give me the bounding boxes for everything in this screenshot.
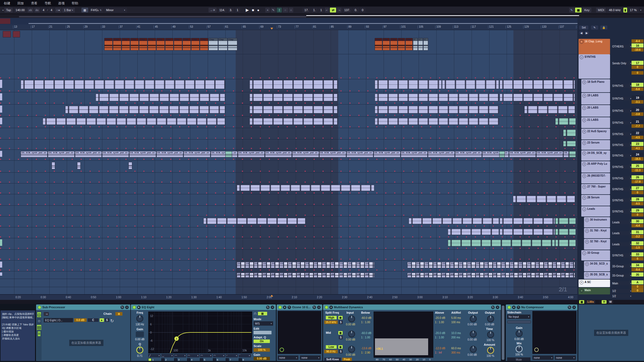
input-value[interactable]: 0.00 dB <box>346 338 355 341</box>
clip[interactable]: DS_SCB_synth_pad_on <box>482 151 509 157</box>
input-knob[interactable] <box>348 331 355 338</box>
output-routing-selector[interactable]: Leads▾ <box>611 242 632 246</box>
clip[interactable]: DS <box>245 273 249 278</box>
clip[interactable] <box>442 80 499 89</box>
loop-start-sixteenths[interactable]: 1 <box>318 8 324 12</box>
track-volume-chip[interactable]: -17.8 <box>632 180 643 183</box>
clip[interactable]: DS <box>424 273 428 278</box>
clip[interactable] <box>448 229 499 235</box>
track-number-chip[interactable]: 28 <box>632 197 643 201</box>
bar-number[interactable]: 133 <box>542 25 547 28</box>
clip[interactable]: DS <box>544 262 548 268</box>
clip[interactable]: DS_SCB_synth_pad_on <box>129 151 156 157</box>
chain-volume-chip[interactable]: 0.0 dB <box>74 318 87 322</box>
hot-swap-icon[interactable]: ↻ <box>266 306 270 309</box>
clip[interactable]: DS <box>561 273 565 278</box>
clip[interactable]: DS <box>527 273 531 278</box>
clip[interactable]: DS <box>348 262 352 268</box>
clip[interactable] <box>412 273 416 278</box>
clip[interactable]: DS <box>535 262 539 268</box>
track-number-chip[interactable]: 26 <box>632 175 643 179</box>
clip[interactable]: DS_SCB_synth_pad_on <box>455 151 482 157</box>
clip[interactable] <box>555 218 576 224</box>
track-name-cell[interactable]: ▾A SC <box>579 280 610 287</box>
band-solo-chip[interactable]: S <box>339 320 343 324</box>
clip[interactable]: DS <box>527 262 531 268</box>
piano-keys-icon[interactable]: ▦ <box>81 8 88 12</box>
device-on-led[interactable] <box>507 306 511 309</box>
clip[interactable]: DS <box>561 262 565 268</box>
time-knob[interactable] <box>487 331 494 338</box>
menu-navigate[interactable]: 导航 <box>45 1 51 6</box>
clip[interactable] <box>284 273 288 278</box>
track-number-chip[interactable]: 23 <box>632 142 643 146</box>
bar-number[interactable]: 97 <box>384 25 387 28</box>
release-value[interactable]: 200 ms <box>451 336 460 339</box>
computer-midi-keyboard-icon[interactable]: ▦ <box>575 8 582 12</box>
loop-start-bars[interactable]: 17. <box>302 8 310 12</box>
time-label[interactable]: 3:20 <box>468 296 473 299</box>
clip[interactable] <box>13 31 20 37</box>
menu-options[interactable]: 选项 <box>58 1 65 6</box>
clip[interactable] <box>352 262 356 268</box>
track-header[interactable]: ▾23 SerumSYNTHS▾23-4.1 <box>577 140 644 150</box>
clip[interactable]: DS <box>262 273 266 278</box>
bar-number[interactable]: 137 <box>560 25 564 28</box>
clip[interactable]: DS_SCB_synth_pad_on <box>238 151 265 157</box>
adaptq-toggle[interactable]: On <box>254 339 270 343</box>
clip[interactable] <box>292 273 296 278</box>
band-activator-chip[interactable]: ◉ <box>338 345 343 349</box>
track-name-cell[interactable]: ▾26 (9933D7D7- <box>581 173 610 183</box>
clip[interactable] <box>563 141 576 147</box>
clip[interactable]: C <box>413 38 418 50</box>
bar-number[interactable]: 41 <box>137 25 140 28</box>
gain-reduction-display[interactable]: +36.1 <box>374 312 433 358</box>
time-label[interactable]: 4:00 <box>568 296 573 299</box>
plugin-edit-icon[interactable]: ✎ <box>288 306 291 309</box>
session-record-icon[interactable]: ○ <box>289 8 293 12</box>
pencil-automation-button[interactable]: ✎ <box>591 26 598 30</box>
draw-mode-icon[interactable]: ✎ <box>569 8 574 12</box>
output-routing-selector[interactable]: SYNTHS▾ <box>611 198 632 202</box>
clip[interactable]: Clap <box>375 38 382 50</box>
track-header[interactable]: ▾34 DS_SCD_s33-Group▾34-9.4 <box>577 261 644 271</box>
track-name-cell[interactable]: ▾34 DS_SCD_s <box>584 261 610 271</box>
hot-swap-icon[interactable]: ↻ <box>568 306 571 309</box>
bar-number[interactable]: 13 <box>14 25 17 28</box>
track-header[interactable]: ▾22 AuS SpaceySYNTHS▾22-4.5 <box>577 129 644 139</box>
clip[interactable] <box>360 273 364 278</box>
device-multiband-dynamics[interactable]: ▼Multiband Dynamics↻▪ Split FreqHigh◉15.… <box>323 304 501 361</box>
clip[interactable] <box>203 218 305 224</box>
clip[interactable] <box>250 80 338 89</box>
clip[interactable]: DS <box>416 273 420 278</box>
track-lane[interactable] <box>0 117 577 128</box>
clip[interactable]: DS <box>296 262 301 268</box>
track-volume-chip[interactable]: 0 <box>632 257 643 261</box>
clip[interactable] <box>500 229 555 235</box>
q-knob[interactable] <box>136 347 143 354</box>
clip[interactable]: DS <box>518 262 522 268</box>
group-fold-icon[interactable]: ≡ <box>582 251 586 255</box>
clip[interactable] <box>506 273 510 278</box>
clip[interactable]: DS_SCB_synth_pad_on <box>319 151 346 157</box>
output-routing-selector[interactable]: SYNTHS▾ <box>611 187 632 191</box>
tap-tempo-button[interactable]: Tap <box>4 8 13 12</box>
bar-number[interactable]: 93 <box>366 25 369 28</box>
clip[interactable]: DS <box>493 273 497 278</box>
chain-activator-chip[interactable]: ▸ <box>100 318 104 322</box>
playback-speed-chip[interactable]: 1.00x <box>586 300 595 304</box>
gain-value[interactable]: 0.00 dB <box>507 338 531 341</box>
track-name-cell[interactable]: ≡SYNTHS <box>579 54 610 79</box>
track-number-chip[interactable]: 31 <box>632 230 643 234</box>
arrangement-position-beats[interactable]: 3. <box>228 8 234 12</box>
output-routing-selector[interactable]: Leads▾ <box>611 231 632 235</box>
clip[interactable] <box>250 94 338 101</box>
clip[interactable]: DS <box>305 273 309 278</box>
clip[interactable] <box>375 106 499 113</box>
track-lane[interactable] <box>0 140 577 150</box>
band-enable-checkbox[interactable] <box>200 358 203 361</box>
below-ratio[interactable]: 1 : 2.90 <box>361 351 370 354</box>
track-lane[interactable] <box>0 217 577 227</box>
time-label[interactable]: 3:40 <box>518 296 523 299</box>
bar-number[interactable]: 105 <box>419 25 423 28</box>
